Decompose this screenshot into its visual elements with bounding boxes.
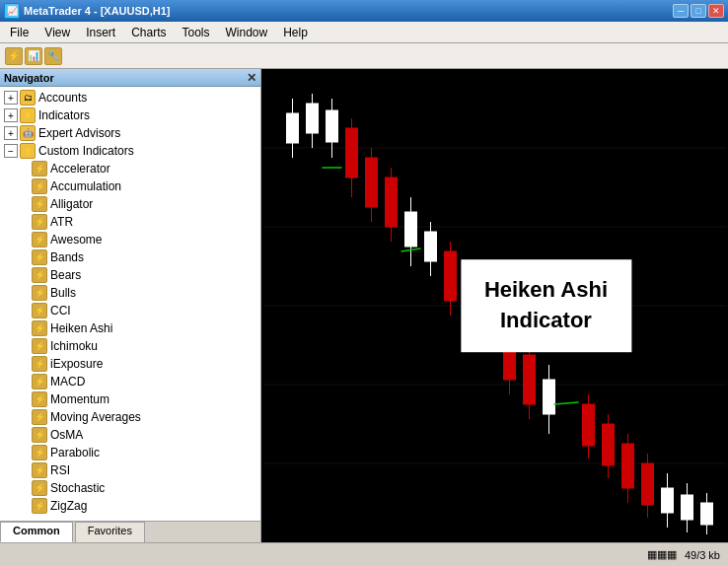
item-label-4: Awesome	[50, 233, 102, 247]
status-right: ▦▦▦ 49/3 kb	[647, 548, 720, 561]
svg-rect-7	[287, 113, 299, 143]
list-item[interactable]: ⚡ Momentum	[0, 390, 260, 408]
svg-rect-44	[642, 463, 654, 505]
svg-rect-15	[366, 158, 378, 207]
navigator-header: Navigator ✕	[0, 69, 260, 87]
list-item[interactable]: ⚡ Moving Averages	[0, 408, 260, 426]
list-item[interactable]: ⚡ Stochastic	[0, 479, 260, 497]
indicators-icon: ⚡	[20, 107, 36, 123]
indicator-icon: ⚡	[32, 462, 47, 478]
item-label-14: Moving Averages	[50, 410, 141, 424]
list-item[interactable]: ⚡ ATR	[0, 213, 260, 231]
menu-window[interactable]: Window	[218, 24, 276, 41]
item-label-13: Momentum	[50, 392, 109, 406]
indicator-icon: ⚡	[32, 427, 47, 443]
svg-rect-23	[445, 251, 457, 301]
ea-label: Expert Advisors	[38, 126, 120, 140]
list-item[interactable]: ⚡ Accelerator	[0, 160, 260, 177]
tree-item-expert-advisors[interactable]: + 🤖 Expert Advisors	[0, 124, 260, 142]
list-item[interactable]: ⚡ Accumulation	[0, 177, 260, 195]
maximize-button[interactable]: □	[691, 4, 706, 18]
menu-view[interactable]: View	[36, 24, 78, 41]
chart-area[interactable]: Heiken Ashi Indicator	[261, 69, 728, 542]
accounts-icon: 🗂	[20, 90, 36, 106]
indicator-icon: ⚡	[32, 267, 47, 283]
item-label-3: ATR	[50, 215, 73, 229]
chart-bars-icon: ▦▦▦	[647, 548, 677, 561]
menu-charts[interactable]: Charts	[123, 24, 174, 41]
list-item[interactable]: ⚡ Bulls	[0, 284, 260, 302]
expand-accounts[interactable]: +	[4, 91, 18, 105]
list-item[interactable]: ⚡ Awesome	[0, 231, 260, 248]
item-label-7: Bulls	[50, 286, 76, 300]
menu-help[interactable]: Help	[275, 24, 316, 41]
indicator-icon: ⚡	[32, 214, 47, 230]
item-label-2: Alligator	[50, 197, 93, 211]
list-item[interactable]: ⚡ Bears	[0, 266, 260, 284]
item-label-18: Stochastic	[50, 481, 105, 495]
tab-common[interactable]: Common	[0, 522, 73, 542]
accounts-label: Accounts	[38, 91, 87, 105]
expand-ea[interactable]: +	[4, 126, 18, 140]
ea-icon: 🤖	[20, 125, 36, 141]
menu-file[interactable]: File	[2, 24, 36, 41]
svg-rect-33	[544, 380, 555, 414]
toolbar-icon-3[interactable]: 🔧	[44, 47, 62, 65]
list-item[interactable]: ⚡ OsMA	[0, 426, 260, 444]
custom-icon: ⚡	[20, 143, 36, 159]
list-item[interactable]: ⚡ CCI	[0, 302, 260, 319]
indicator-icon: ⚡	[32, 445, 47, 460]
svg-rect-13	[346, 128, 358, 177]
list-item[interactable]: ⚡ RSI	[0, 461, 260, 479]
chart-label-line2: Indicator	[500, 308, 592, 332]
item-label-6: Bears	[50, 268, 81, 282]
indicator-icon: ⚡	[32, 303, 47, 318]
minimize-button[interactable]: ─	[673, 4, 689, 18]
indicator-icon: ⚡	[32, 196, 47, 212]
indicator-icon: ⚡	[32, 338, 47, 354]
item-label-5: Bands	[50, 250, 84, 264]
item-label-12: MACD	[50, 375, 85, 389]
menu-insert[interactable]: Insert	[78, 24, 123, 41]
navigator-tabs: Common Favorites	[0, 521, 260, 542]
indicator-icon: ⚡	[32, 391, 47, 407]
navigator-tree[interactable]: + 🗂 Accounts + ⚡ Indicators + 🤖 Expert A…	[0, 87, 260, 521]
indicator-icon: ⚡	[32, 285, 47, 301]
svg-rect-31	[524, 355, 536, 404]
toolbar-icon-1[interactable]: ⚡	[5, 47, 23, 65]
svg-rect-50	[701, 503, 713, 525]
item-label-9: Heiken Ashi	[50, 321, 112, 335]
svg-rect-46	[662, 488, 674, 513]
menu-bar: File View Insert Charts Tools Window Hel…	[0, 22, 728, 43]
svg-rect-40	[603, 424, 615, 465]
indicator-icon: ⚡	[32, 320, 47, 336]
list-item[interactable]: ⚡ iExposure	[0, 355, 260, 373]
list-item[interactable]: ⚡ Heiken Ashi	[0, 319, 260, 337]
list-item[interactable]: ⚡ Bands	[0, 248, 260, 266]
window-title: MetaTrader 4 - [XAUUSD,H1]	[24, 5, 171, 17]
tree-item-indicators[interactable]: + ⚡ Indicators	[0, 106, 260, 124]
indicator-icon: ⚡	[32, 409, 47, 425]
status-bar: ▦▦▦ 49/3 kb	[0, 542, 728, 566]
tab-favorites[interactable]: Favorites	[75, 522, 145, 542]
toolbar-row: ⚡ 📊 🔧	[0, 43, 728, 69]
list-item[interactable]: ⚡ Parabolic	[0, 444, 260, 461]
list-item[interactable]: ⚡ ZigZag	[0, 497, 260, 515]
list-item[interactable]: ⚡ Alligator	[0, 195, 260, 213]
status-data: 49/3 kb	[685, 549, 720, 561]
item-label-10: Ichimoku	[50, 339, 98, 353]
list-item[interactable]: ⚡ MACD	[0, 373, 260, 390]
expand-custom[interactable]: −	[4, 144, 18, 158]
expand-indicators[interactable]: +	[4, 108, 18, 122]
toolbar-icon-2[interactable]: 📊	[25, 47, 42, 65]
tree-item-accounts[interactable]: + 🗂 Accounts	[0, 89, 260, 106]
close-button[interactable]: ✕	[708, 4, 724, 18]
item-label-11: iExposure	[50, 357, 103, 371]
list-item[interactable]: ⚡ Ichimoku	[0, 337, 260, 355]
tree-item-custom-indicators[interactable]: − ⚡ Custom Indicators	[0, 142, 260, 160]
app-icon: 📈	[4, 3, 20, 19]
menu-tools[interactable]: Tools	[175, 24, 218, 41]
title-bar: 📈 MetaTrader 4 - [XAUUSD,H1] ─ □ ✕	[0, 0, 728, 22]
navigator-close-button[interactable]: ✕	[247, 71, 256, 85]
indicator-icon: ⚡	[32, 374, 47, 389]
